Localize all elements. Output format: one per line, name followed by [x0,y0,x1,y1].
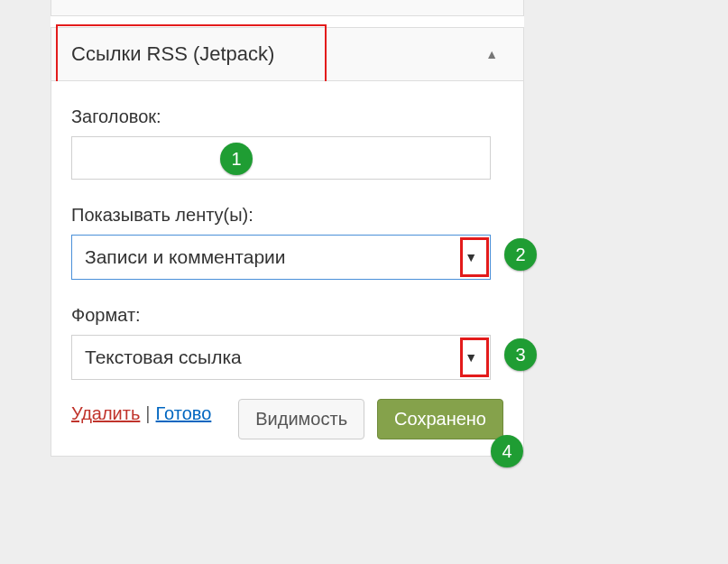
annotation-badge-3: 3 [504,338,537,371]
annotation-badge-1: 1 [220,143,253,175]
widget-header[interactable]: Ссылки RSS (Jetpack) ▲ [51,27,524,81]
widget-button-row: Видимость Сохранено 4 [71,399,503,439]
format-select[interactable]: Текстовая ссылка ▼ [71,335,491,380]
widget-title: Ссылки RSS (Jetpack) [71,42,274,66]
rss-links-widget: Ссылки RSS (Jetpack) ▲ Заголовок: 1 Пока… [51,0,524,457]
feeds-label: Показывать ленту(ы): [71,205,503,226]
title-label: Заголовок: [71,106,503,127]
format-field-group: Формат: Текстовая ссылка ▼ 3 [71,305,503,380]
chevron-down-icon: ▼ [465,350,477,365]
format-label: Формат: [71,305,503,326]
format-select-value: Текстовая ссылка [85,347,242,368]
previous-widget-edge [51,0,524,16]
feeds-select-value: Записи и комментарии [85,246,286,268]
chevron-down-icon: ▼ [465,250,477,264]
annotation-badge-4: 4 [491,435,523,467]
feeds-select[interactable]: Записи и комментарии ▼ [71,235,491,280]
title-field-group: Заголовок: 1 [71,106,503,180]
collapse-icon[interactable]: ▲ [485,47,498,61]
feeds-field-group: Показывать ленту(ы): Записи и комментари… [71,205,503,280]
widget-body: Заголовок: 1 Показывать ленту(ы): Записи… [51,81,524,457]
saved-button[interactable]: Сохранено [377,399,503,439]
visibility-button[interactable]: Видимость [238,399,364,439]
title-input[interactable] [71,136,491,180]
annotation-badge-2: 2 [504,238,537,271]
